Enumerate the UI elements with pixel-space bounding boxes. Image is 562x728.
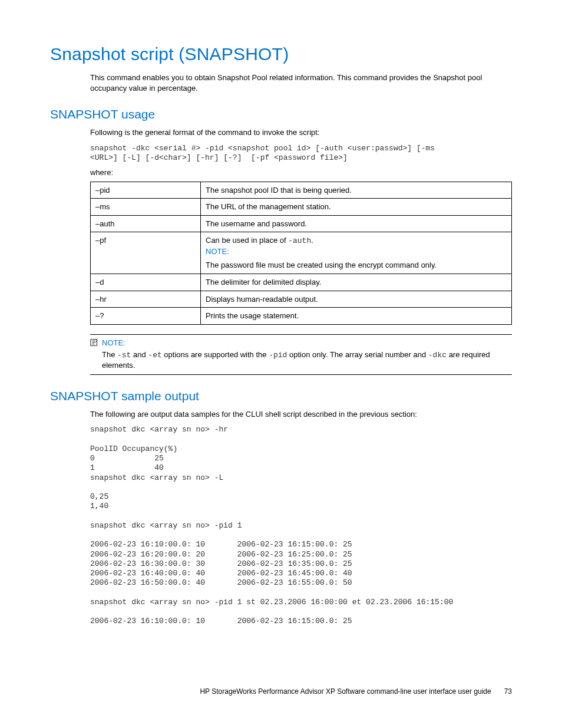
- desc-cell: Displays human-readable output.: [201, 291, 512, 308]
- desc-cell: Prints the usage statement.: [201, 308, 512, 325]
- flag-cell: –?: [91, 308, 201, 325]
- flag-cell: –pf: [91, 232, 201, 274]
- flag-cell: –d: [91, 274, 201, 291]
- t: -dkc: [428, 351, 447, 360]
- note-box: NOTE: The -st and -et options are suppor…: [90, 334, 512, 375]
- options-table: –pid The snapshot pool ID that is being …: [90, 182, 512, 325]
- heading-snapshot-script: Snapshot script (SNAPSHOT): [50, 44, 512, 64]
- desc-cell: The username and password.: [201, 215, 512, 232]
- note-text: The -st and -et options are supported wi…: [102, 350, 512, 371]
- pf-post: .: [311, 236, 313, 245]
- t: -st: [117, 351, 131, 360]
- t: option only. The array serial number and: [287, 350, 428, 359]
- heading-usage: SNAPSHOT usage: [50, 107, 512, 121]
- page: Snapshot script (SNAPSHOT) This command …: [0, 0, 562, 728]
- table-row: –pf Can be used in place of -auth. NOTE:…: [91, 232, 512, 274]
- t: -et: [148, 351, 161, 360]
- pf-note-label: NOTE:: [206, 247, 229, 256]
- t: options are supported with the: [162, 350, 269, 359]
- flag-cell: –auth: [91, 215, 201, 232]
- flag-cell: –hr: [91, 291, 201, 308]
- table-row: –? Prints the usage statement.: [91, 308, 512, 325]
- table-row: –ms The URL of the management station.: [91, 199, 512, 216]
- desc-cell: Can be used in place of -auth. NOTE: The…: [201, 232, 512, 274]
- where-label: where:: [90, 167, 512, 178]
- intro-paragraph: This command enables you to obtain Snaps…: [90, 73, 512, 93]
- desc-cell: The URL of the management station.: [201, 199, 512, 216]
- desc-cell: The snapshot pool ID that is being queri…: [201, 182, 512, 199]
- table-row: –auth The username and password.: [91, 215, 512, 232]
- t: and: [131, 350, 148, 359]
- note-header: NOTE:: [90, 338, 512, 347]
- flag-cell: –ms: [91, 199, 201, 216]
- footer-title: HP StorageWorks Performance Advisor XP S…: [200, 687, 491, 696]
- heading-sample-output: SNAPSHOT sample output: [50, 389, 512, 403]
- note-icon: [90, 338, 98, 347]
- usage-command: snapshot -dkc <serial #> -pid <snapshot …: [90, 144, 512, 163]
- usage-lead: Following is the general format of the c…: [90, 127, 512, 138]
- sample-lead: The following are output data samples fo…: [90, 409, 512, 420]
- note-label: NOTE:: [102, 338, 125, 347]
- t: The: [102, 350, 117, 359]
- page-footer: HP StorageWorks Performance Advisor XP S…: [50, 687, 512, 696]
- t: -pid: [269, 351, 287, 360]
- desc-cell: The delimiter for delimited display.: [201, 274, 512, 291]
- pf-pre: Can be used in place of: [206, 236, 288, 245]
- pf-note-text: The password file must be created using …: [206, 260, 507, 271]
- table-row: –d The delimiter for delimited display.: [91, 274, 512, 291]
- table-row: –hr Displays human-readable output.: [91, 291, 512, 308]
- table-row: –pid The snapshot pool ID that is being …: [91, 182, 512, 199]
- footer-page-number: 73: [504, 687, 512, 696]
- flag-cell: –pid: [91, 182, 201, 199]
- sample-output: snapshot dkc <array sn no> -hr PoolID Oc…: [90, 425, 512, 626]
- pf-mono: -auth: [288, 236, 311, 245]
